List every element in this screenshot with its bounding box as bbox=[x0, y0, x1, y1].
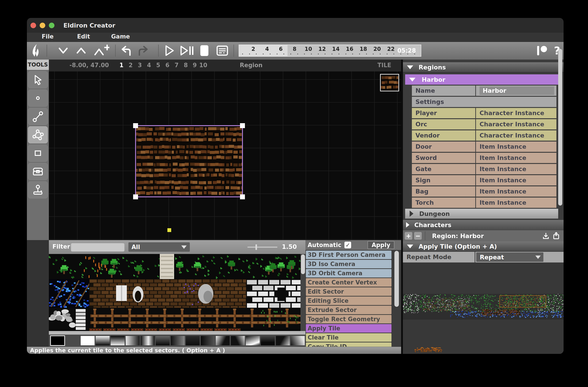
category-dropdown[interactable]: All bbox=[128, 242, 190, 252]
close-window-button[interactable] bbox=[30, 23, 36, 28]
property-value: Item Instance bbox=[476, 142, 556, 152]
material-swatch[interactable] bbox=[201, 336, 215, 345]
patreon-button[interactable] bbox=[536, 44, 548, 58]
timeline-number: 6 bbox=[279, 46, 283, 52]
action-item-3d-first-person-camera[interactable]: 3D First Person Camera bbox=[306, 251, 392, 259]
action-item-apply-tile[interactable]: Apply Tile bbox=[306, 324, 392, 333]
material-swatch[interactable] bbox=[51, 336, 64, 345]
action-item-toggle-rect-geometry[interactable]: Toggle Rect Geometry bbox=[306, 315, 392, 323]
apply-button[interactable]: Apply bbox=[368, 241, 394, 249]
redo-button[interactable] bbox=[138, 44, 150, 58]
action-item-editing-slice[interactable]: Editing Slice bbox=[306, 297, 392, 305]
region-property-row[interactable]: DoorItem Instance bbox=[412, 142, 556, 152]
timeline-scrubber[interactable]: 246810121416182022 05:28 bbox=[239, 44, 421, 57]
move-down-button[interactable] bbox=[57, 44, 69, 58]
action-item-create-center-vertex[interactable]: Create Center Vertex bbox=[306, 278, 392, 287]
region-property-row[interactable]: PlayerCharacter Instance bbox=[412, 108, 556, 118]
play-button[interactable] bbox=[163, 44, 176, 58]
import-region-button[interactable] bbox=[542, 232, 550, 240]
material-swatch[interactable] bbox=[261, 336, 275, 345]
desktop: Eldiron Creator File Edit Game bbox=[0, 0, 588, 387]
add-level-button[interactable] bbox=[93, 44, 109, 58]
left-stack: TOOLS bbox=[27, 60, 401, 354]
action-item-3d-iso-camera[interactable]: 3D Iso Camera bbox=[306, 260, 392, 268]
minimize-window-button[interactable] bbox=[40, 23, 45, 28]
property-value: Character Instance bbox=[476, 130, 556, 141]
material-swatch[interactable] bbox=[126, 336, 140, 345]
scrollbar-thumb[interactable] bbox=[301, 254, 305, 274]
map-canvas[interactable] bbox=[49, 71, 401, 240]
line-tool-button[interactable] bbox=[28, 108, 48, 125]
action-item-edit-sector[interactable]: Edit Sector bbox=[306, 287, 392, 296]
move-up-button[interactable] bbox=[75, 44, 87, 58]
game-tool-button[interactable] bbox=[28, 182, 48, 198]
play-pause-button[interactable] bbox=[180, 44, 194, 58]
action-item-copy-tile-id[interactable]: Copy Tile ID bbox=[306, 343, 392, 347]
material-swatch[interactable] bbox=[156, 336, 170, 345]
apply-tile-section-header[interactable]: Apply Tile (Option + A) bbox=[403, 242, 564, 252]
material-swatch[interactable] bbox=[231, 336, 245, 345]
region-property-row[interactable]: TorchItem Instance bbox=[412, 198, 556, 208]
material-swatch[interactable] bbox=[171, 336, 185, 345]
palette-vscrollbar[interactable] bbox=[300, 254, 305, 331]
scrollbar-thumb[interactable] bbox=[558, 49, 562, 205]
filter-input[interactable] bbox=[71, 243, 125, 251]
scrollbar-thumb[interactable] bbox=[394, 251, 399, 307]
ruler-number: 9 bbox=[193, 62, 197, 68]
sector-tool-button[interactable] bbox=[28, 126, 48, 143]
vertex-tool-button[interactable] bbox=[28, 90, 48, 107]
timeline-tick bbox=[277, 54, 277, 54]
stop-button[interactable] bbox=[198, 44, 211, 58]
export-region-button[interactable] bbox=[552, 232, 560, 240]
menu-edit[interactable]: Edit bbox=[77, 33, 90, 40]
region-property-row[interactable]: NameHarbor bbox=[412, 85, 556, 96]
action-item-3d-orbit-camera[interactable]: 3D Orbit Camera bbox=[306, 269, 392, 278]
maximize-window-button[interactable] bbox=[49, 23, 54, 28]
region-property-row[interactable]: OrcCharacter Instance bbox=[412, 119, 556, 129]
items-tool-button[interactable] bbox=[28, 163, 48, 180]
region-property-row[interactable]: GateItem Instance bbox=[412, 164, 556, 174]
tile-zoom-slider[interactable] bbox=[247, 246, 277, 248]
ruler-number: 3 bbox=[138, 62, 142, 68]
repeat-mode-dropdown[interactable]: Repeat bbox=[476, 252, 544, 262]
action-item-extrude-sector[interactable]: Extrude Sector bbox=[306, 306, 392, 314]
menu-game[interactable]: Game bbox=[111, 33, 130, 40]
action-item-clear-tile[interactable]: Clear Tile bbox=[306, 333, 392, 342]
add-region-button[interactable]: + bbox=[405, 232, 412, 240]
material-swatch[interactable] bbox=[291, 336, 305, 345]
material-swatch[interactable] bbox=[246, 336, 260, 345]
region-name-input[interactable]: Harbor bbox=[480, 86, 554, 95]
material-swatch[interactable] bbox=[186, 336, 200, 345]
remove-region-button[interactable]: − bbox=[414, 232, 422, 240]
region-property-row[interactable]: Settings bbox=[412, 97, 556, 107]
region-property-row[interactable]: SignItem Instance bbox=[412, 175, 556, 185]
material-swatch[interactable] bbox=[81, 336, 95, 345]
select-tool-button[interactable] bbox=[28, 71, 48, 88]
characters-section-header[interactable]: Characters bbox=[403, 220, 564, 230]
timeline-tick bbox=[359, 54, 360, 54]
material-swatch[interactable] bbox=[111, 336, 125, 345]
region-property-row[interactable]: BagItem Instance bbox=[412, 186, 556, 197]
region-item-dungeon[interactable]: Dungeon bbox=[405, 209, 558, 219]
debug-log-button[interactable] bbox=[216, 44, 229, 58]
material-swatch[interactable] bbox=[276, 336, 290, 345]
material-swatch[interactable] bbox=[216, 336, 230, 345]
palette-hscrollbar[interactable] bbox=[49, 331, 305, 335]
slider-thumb[interactable] bbox=[255, 244, 257, 250]
rect-tool-button[interactable] bbox=[28, 145, 48, 162]
tile-palette-canvas[interactable] bbox=[49, 254, 300, 331]
property-value: Item Instance bbox=[476, 175, 556, 185]
region-property-row[interactable]: VendorCharacter Instance bbox=[412, 130, 556, 141]
region-property-row[interactable]: SwordItem Instance bbox=[412, 153, 556, 163]
material-swatch[interactable] bbox=[96, 336, 110, 345]
region-item-harbor[interactable]: Harbor bbox=[405, 74, 558, 85]
automatic-checkbox[interactable]: ✓ bbox=[344, 242, 351, 248]
timeline-number: 12 bbox=[318, 46, 326, 52]
property-label: Torch bbox=[412, 198, 475, 208]
menu-file[interactable]: File bbox=[42, 33, 54, 40]
undo-button[interactable] bbox=[119, 44, 132, 58]
material-swatch[interactable] bbox=[141, 336, 155, 345]
regions-section-header[interactable]: Regions bbox=[403, 62, 564, 73]
repeat-mode-row: Repeat Mode Repeat bbox=[403, 252, 564, 263]
chevron-down-icon bbox=[407, 244, 413, 248]
